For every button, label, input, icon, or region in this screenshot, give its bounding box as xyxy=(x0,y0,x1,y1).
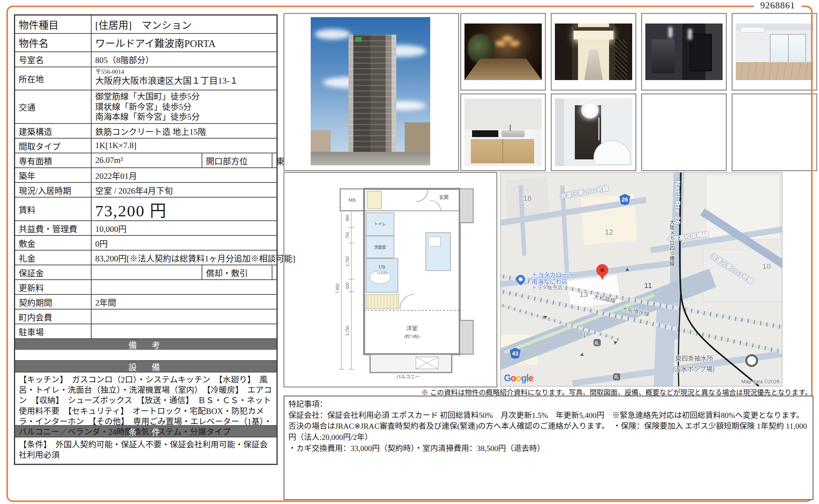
postal-code: 〒556-0014 xyxy=(95,69,273,75)
photo-building-box xyxy=(284,13,459,171)
row-value xyxy=(92,265,202,279)
block-number: 12 xyxy=(605,228,613,237)
row-value: 0円 xyxy=(92,236,276,250)
kitchen-photo xyxy=(464,98,542,166)
google-logo: Google xyxy=(504,373,533,384)
toyota-line3: トヨタ販売店 xyxy=(532,285,574,290)
row-label: 契約期間 xyxy=(15,295,92,309)
photo-room-box xyxy=(732,13,817,90)
special-notes-body2: ・カギ交換費用：33,000円（契約時）・室内清掃費用：38,500円（退去時） xyxy=(288,443,809,454)
row-label: 賃料 xyxy=(15,198,92,220)
location-map: 18 12 10 13 1 11 浪速区第2842号線 今宮高校南横線 浪速区第… xyxy=(500,172,782,386)
row-label: 敷金 xyxy=(15,236,92,250)
toyota-line2: 南海なにわ店 xyxy=(532,278,574,285)
property-table: 物件種目[住居用] マンション 物件名ワールドアイ難波南PORTA 号室名805… xyxy=(14,14,278,465)
table-row: 物件名ワールドアイ難波南PORTA xyxy=(15,33,276,51)
document-number: 9268861 xyxy=(754,0,802,11)
table-row: 敷金0円 xyxy=(15,235,276,250)
table-row: 駐車場 xyxy=(15,324,276,338)
metro-label: 大阪メトロ四つ橋線 xyxy=(668,220,676,266)
photo-empty-box xyxy=(732,94,817,171)
label-entrance: 玄関 xyxy=(439,194,449,200)
notes-header: 備 考 xyxy=(15,338,276,350)
row-label: 築年 xyxy=(15,168,92,182)
row-label: 物件名 xyxy=(15,34,92,51)
row-label: 所在地 xyxy=(15,67,92,90)
address-cell: 〒556-0014 大阪府大阪市浪速区大国１丁目13-１ xyxy=(92,67,276,90)
bathroom-photo xyxy=(555,98,632,166)
row-label: 現況/入居時期 xyxy=(15,183,92,197)
table-row: 建築構造鉄筋コンクリート造 地上15階 xyxy=(15,123,276,138)
dim-1750: 1,750 xyxy=(345,256,350,266)
row-value: 805（8階部分） xyxy=(92,52,276,67)
row-label: 専有面積 xyxy=(15,153,92,167)
row-value xyxy=(92,324,276,338)
row-value xyxy=(272,265,280,279)
station-icon: 🚉 xyxy=(594,339,601,346)
table-row: 所在地 〒556-0014 大阪府大阪市浪速区大国１丁目13-１ xyxy=(15,67,276,90)
tower-shape xyxy=(349,35,396,154)
photo-entrance-box xyxy=(460,13,546,90)
row-label: 償却・敷引 xyxy=(202,265,272,279)
table-row: 保証金 償却・敷引 xyxy=(15,265,276,279)
building-exterior-photo xyxy=(311,17,430,165)
row-label: 開口部方位 xyxy=(202,153,272,167)
table-row: 号室名805（8階部分） xyxy=(15,51,276,67)
table-row: 町内会費 xyxy=(15,309,276,324)
photo-bathroom-box xyxy=(551,94,636,171)
traffic-arrow: ➤ xyxy=(623,267,630,272)
row-value xyxy=(92,280,276,294)
pump-station-label: 東四条抽水所 xyxy=(675,353,713,363)
photo-kitchen-box xyxy=(460,94,546,171)
row-label: 交通 xyxy=(15,90,92,123)
property-location-pin xyxy=(596,264,608,281)
conditions-text: 【条件】 外国人契約可能・保証人不要・保証会社利用可能・保証会社利用必須 xyxy=(15,437,276,464)
photo-hallway-box xyxy=(641,13,727,90)
row-label: 駐車場 xyxy=(15,324,92,338)
opening-value: 東 xyxy=(272,153,288,167)
table-row: 契約期間2年間 xyxy=(15,294,276,309)
map-data-attribution: Map data ©2026 xyxy=(741,378,780,384)
keymoney-value: 83,200円[※法人契約は総賃料1ヶ月分追加※相談可能] xyxy=(92,251,299,265)
row-label: 礼金 xyxy=(15,251,92,265)
row-label: 町内会費 xyxy=(15,310,92,324)
row-value: 鉄筋コンクリート造 地上15階 xyxy=(92,124,276,138)
notes-empty-row xyxy=(15,350,276,360)
table-row: 更新料 xyxy=(15,279,276,294)
block-number: 13 xyxy=(580,290,588,299)
row-label: 間取タイプ xyxy=(15,139,92,153)
access-line: 環状線「新今宮」徒歩5分 xyxy=(95,102,273,112)
row-value: 1K[1K×7.8] xyxy=(92,139,276,153)
rent-value: 73,200 円 xyxy=(92,198,276,220)
row-label: 建築構造 xyxy=(15,124,92,138)
row-label: 保証金 xyxy=(15,265,92,279)
dim-total: 7,850 xyxy=(335,283,340,293)
table-row: 共益費・管理費10,000円 xyxy=(15,220,276,235)
special-notes-box: 特記事項： 保証会社：保証会社利用必須 エポスカード 初回総賃料50% 月次更新… xyxy=(284,396,813,500)
property-flyer-page: 9268861 物件種目[住居用] マンション 物件名ワールドアイ難波南PORT… xyxy=(0,0,819,504)
access-cell: 御堂筋線「大国町」徒歩5分 環状線「新今宮」徒歩5分 南海本線「新今宮」徒歩5分 xyxy=(92,90,276,123)
block-number: 1 xyxy=(582,331,587,339)
table-row: 専有面積 26.07m² 開口部方位 東 xyxy=(15,153,276,167)
dim-600: 600 xyxy=(345,282,350,289)
label-ub-size: (1216) xyxy=(377,271,387,275)
photo-empty-box xyxy=(641,94,727,171)
table-row: 物件種目[住居用] マンション xyxy=(15,16,276,33)
block-number: 11 xyxy=(644,281,652,290)
entrance-photo xyxy=(464,24,542,80)
row-value xyxy=(92,310,276,324)
station-icon: 🚉 xyxy=(613,373,620,380)
address-text: 大阪府大阪市浪速区大国１丁目13-１ xyxy=(95,76,273,86)
label-mb: MB xyxy=(349,197,356,203)
table-row: 交通 御堂筋線「大国町」徒歩5分 環状線「新今宮」徒歩5分 南海本線「新今宮」徒… xyxy=(15,90,276,123)
row-value: 2年間 xyxy=(92,295,276,309)
equipment-header: 設 備 xyxy=(15,360,276,372)
hallway-photo xyxy=(645,24,723,80)
access-line: 南海本線「新今宮」徒歩5分 xyxy=(95,112,273,122)
row-value: 空室 / 2026年4月下旬 xyxy=(92,183,276,197)
label-ub: UB xyxy=(379,264,386,270)
road-label-rte26: Nat'l Rte 26 xyxy=(674,181,681,225)
toyota-line1: トヨタカローラ xyxy=(532,272,574,278)
pump-station-label2: (汚水ポンプ場) xyxy=(672,364,715,373)
table-row: 賃料73,200 円 xyxy=(15,197,276,220)
